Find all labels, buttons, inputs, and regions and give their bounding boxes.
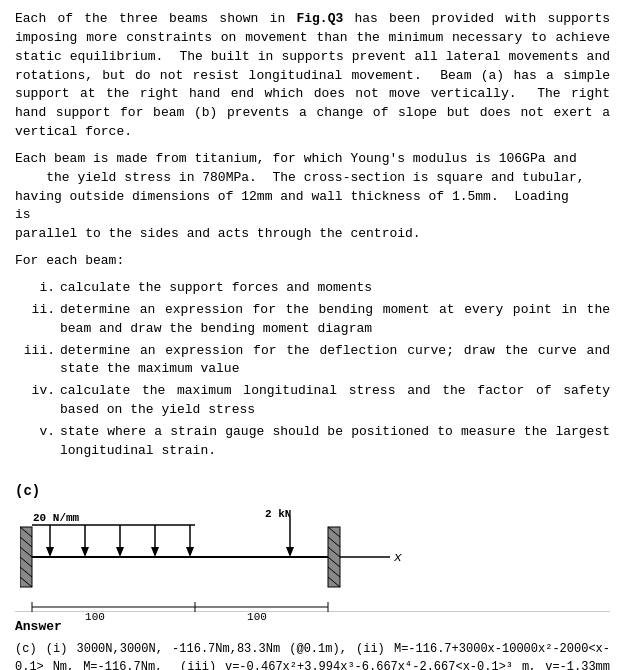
svg-text:20 N/mm: 20 N/mm xyxy=(33,512,80,524)
paragraph-2: Each beam is made from titanium, for whi… xyxy=(15,150,610,244)
list-label-iii: iii. xyxy=(15,342,60,380)
svg-marker-24 xyxy=(151,547,159,557)
fig-reference: Fig.Q3 xyxy=(296,11,343,26)
section-c-label: (c) xyxy=(15,481,610,501)
list-item-v: v. state where a strain gauge should be … xyxy=(15,423,610,461)
list-text-ii: determine an expression for the bending … xyxy=(60,301,610,339)
list-text-i: calculate the support forces and moments xyxy=(60,279,610,298)
for-each-label: For each beam: xyxy=(15,252,610,271)
svg-marker-20 xyxy=(81,547,89,557)
svg-marker-26 xyxy=(186,547,194,557)
svg-marker-18 xyxy=(46,547,54,557)
diagram-svg: x 20 N/mm xyxy=(20,507,440,627)
loading-text: Loading xyxy=(514,189,569,204)
paragraph-1: Each of the three beams shown in Fig.Q3 … xyxy=(15,10,610,142)
list-label-ii: ii. xyxy=(15,301,60,339)
wall-text: and wall xyxy=(280,189,342,204)
list-item-ii: ii. determine an expression for the bend… xyxy=(15,301,610,339)
svg-text:100: 100 xyxy=(247,611,267,623)
beam-diagram: x 20 N/mm xyxy=(20,507,440,627)
svg-text:100: 100 xyxy=(85,611,105,623)
main-content: Each of the three beams shown in Fig.Q3 … xyxy=(15,10,610,461)
list-item-iii: iii. determine an expression for the def… xyxy=(15,342,610,380)
diagram-section: (c) xyxy=(15,471,610,601)
answer-text: (c) (i) 3000N,3000N, -116.7Nm,83.3Nm (@0… xyxy=(15,640,610,670)
list-item-i: i. calculate the support forces and mome… xyxy=(15,279,610,298)
list-label-v: v. xyxy=(15,423,60,461)
list-text-iv: calculate the maximum longitudinal stres… xyxy=(60,382,610,420)
svg-text:x: x xyxy=(393,550,402,565)
list: i. calculate the support forces and mome… xyxy=(15,279,610,461)
beam-text: beam xyxy=(60,321,91,336)
list-text-v: state where a strain gauge should be pos… xyxy=(60,423,610,461)
list-text-iii: determine an expression for the deflecti… xyxy=(60,342,610,380)
list-item-iv: iv. calculate the maximum longitudinal s… xyxy=(15,382,610,420)
list-label-iv: iv. xyxy=(15,382,60,420)
svg-text:2 kN: 2 kN xyxy=(265,508,291,520)
svg-marker-29 xyxy=(286,547,294,557)
list-label-i: i. xyxy=(15,279,60,298)
svg-marker-22 xyxy=(116,547,124,557)
